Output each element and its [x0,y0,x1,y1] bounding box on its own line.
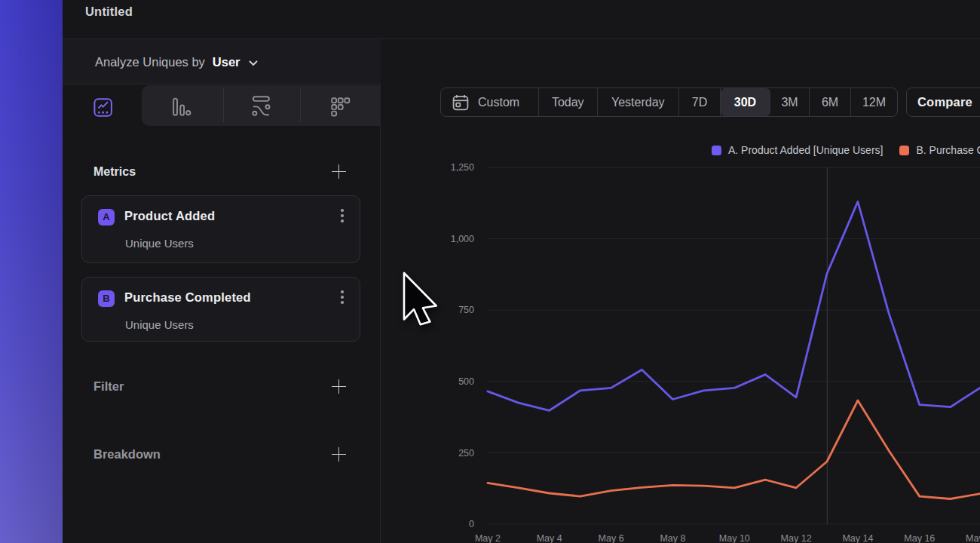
svg-text:750: 750 [458,305,474,315]
svg-text:500: 500 [458,376,474,387]
svg-text:May 14: May 14 [842,533,873,543]
svg-text:0: 0 [469,519,474,529]
svg-text:250: 250 [458,448,474,459]
svg-text:1,250: 1,250 [451,162,474,173]
svg-text:May 16: May 16 [904,533,935,543]
svg-text:May 18: May 18 [966,533,980,543]
svg-text:May 12: May 12 [781,533,812,543]
svg-text:May 4: May 4 [537,533,562,543]
svg-text:May 10: May 10 [719,533,750,543]
svg-text:1,000: 1,000 [451,234,474,244]
svg-text:May 8: May 8 [660,533,685,543]
svg-text:May 6: May 6 [599,533,624,543]
svg-text:May 2: May 2 [475,533,501,543]
